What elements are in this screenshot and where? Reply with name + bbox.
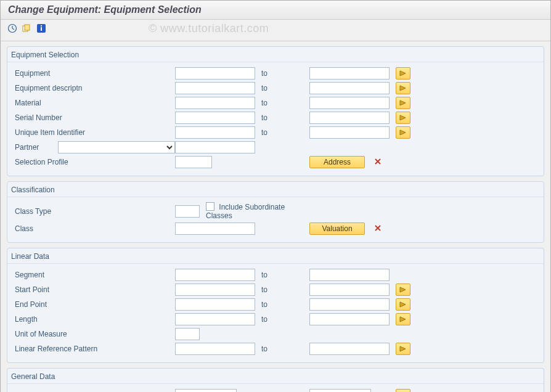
to-label: to xyxy=(255,300,309,309)
label-equipment-desc: Equipment descriptn xyxy=(15,84,107,92)
label-sel-profile: Selection Profile xyxy=(15,158,107,166)
uom-input[interactable] xyxy=(175,328,200,340)
length-to-input[interactable] xyxy=(309,313,390,325)
label-segment: Segment xyxy=(15,271,107,279)
tech-obj-multiple-selection-button[interactable] xyxy=(396,389,410,392)
to-label: to xyxy=(255,285,309,294)
row-length: Length to xyxy=(7,312,544,327)
segment-from-input[interactable] xyxy=(175,269,255,281)
equipment-to-input[interactable] xyxy=(309,67,390,80)
length-multiple-selection-button[interactable] xyxy=(396,313,410,325)
lrp-multiple-selection-button[interactable] xyxy=(396,343,410,355)
valuation-button[interactable]: Valuation xyxy=(309,223,365,235)
row-class-type: Class Type Include Subordinate Classes xyxy=(7,201,544,221)
to-label: to xyxy=(255,84,309,92)
serial-from-input[interactable] xyxy=(175,112,255,124)
row-uii: Unique Item Identifier to xyxy=(7,125,544,140)
equipment-multiple-selection-button[interactable] xyxy=(396,67,410,80)
row-segment: Segment to xyxy=(7,267,544,282)
serial-multiple-selection-button[interactable] xyxy=(396,112,410,124)
equipment-from-input[interactable] xyxy=(175,67,255,80)
to-label: to xyxy=(255,128,309,137)
equipment-desc-from-input[interactable] xyxy=(175,82,255,94)
label-material: Material xyxy=(15,99,107,107)
start-point-multiple-selection-button[interactable] xyxy=(396,284,410,296)
row-selection-profile: Selection Profile Address xyxy=(7,155,544,169)
row-equipment: Equipment to xyxy=(7,66,544,81)
row-uom: Unit of Measure xyxy=(7,327,544,341)
to-label: to xyxy=(255,271,309,279)
address-clear-button[interactable] xyxy=(373,157,382,168)
segment-to-input[interactable] xyxy=(309,269,390,281)
info-button[interactable] xyxy=(36,23,47,36)
group-equipment-selection: Equipment Selection Equipment to Equipme… xyxy=(7,46,544,176)
start-point-from-input[interactable] xyxy=(175,284,255,296)
lrp-to-input[interactable] xyxy=(309,343,390,355)
include-subordinate-classes-checkbox[interactable] xyxy=(206,202,214,211)
svg-rect-7 xyxy=(41,27,42,31)
to-label: to xyxy=(255,315,309,324)
label-class-type: Class Type xyxy=(15,207,107,216)
start-point-to-input[interactable] xyxy=(309,284,390,296)
svg-line-2 xyxy=(12,28,14,30)
row-serial: Serial Number to xyxy=(7,110,544,125)
class-type-input[interactable] xyxy=(175,205,200,218)
get-variant-button[interactable] xyxy=(21,23,32,36)
to-label: to xyxy=(255,69,309,78)
group-title: Classification xyxy=(7,184,544,197)
row-class: Class Valuation xyxy=(7,221,544,236)
uii-multiple-selection-button[interactable] xyxy=(396,126,410,139)
label-uii: Unique Item Identifier xyxy=(15,128,107,137)
address-button[interactable]: Address xyxy=(309,156,365,168)
tech-obj-from-input[interactable] xyxy=(175,389,237,392)
end-point-to-input[interactable] xyxy=(309,298,390,311)
selection-profile-input[interactable] xyxy=(175,156,212,168)
serial-to-input[interactable] xyxy=(309,112,390,124)
svg-rect-6 xyxy=(41,25,42,27)
material-to-input[interactable] xyxy=(309,97,390,109)
label-end-point: End Point xyxy=(15,300,107,309)
label-partner: Partner xyxy=(15,143,58,152)
row-end-point: End Point to xyxy=(7,297,544,312)
label-serial: Serial Number xyxy=(15,113,107,122)
row-lrp: Linear Reference Pattern to xyxy=(7,341,544,356)
svg-rect-4 xyxy=(25,25,30,30)
material-multiple-selection-button[interactable] xyxy=(396,97,410,109)
app-window: © www.tutorialkart.com Change Equipment:… xyxy=(0,0,551,392)
equipment-desc-to-input[interactable] xyxy=(309,82,390,94)
class-input[interactable] xyxy=(175,223,255,235)
row-tech-obj: Technical obj. type to xyxy=(7,388,544,392)
uii-to-input[interactable] xyxy=(309,126,390,139)
material-from-input[interactable] xyxy=(175,97,255,109)
to-label: to xyxy=(255,345,309,353)
label-uom: Unit of Measure xyxy=(15,330,107,338)
toolbar xyxy=(1,20,550,41)
equipment-desc-multiple-selection-button[interactable] xyxy=(396,82,410,94)
label-start-point: Start Point xyxy=(15,285,107,294)
uii-from-input[interactable] xyxy=(175,126,255,139)
end-point-multiple-selection-button[interactable] xyxy=(396,298,410,311)
group-title: Equipment Selection xyxy=(7,49,544,62)
end-point-from-input[interactable] xyxy=(175,298,255,311)
row-partner: Partner xyxy=(7,140,544,155)
group-classification: Classification Class Type Include Subord… xyxy=(7,181,544,243)
partner-function-select[interactable] xyxy=(58,141,175,153)
valuation-clear-button[interactable] xyxy=(373,224,382,234)
row-equipment-desc: Equipment descriptn to xyxy=(7,81,544,96)
lrp-from-input[interactable] xyxy=(175,343,255,355)
page-title: Change Equipment: Equipment Selection xyxy=(1,1,550,20)
to-label: to xyxy=(255,99,309,107)
group-title: General Data xyxy=(7,371,544,384)
execute-button[interactable] xyxy=(7,23,18,36)
label-class: Class xyxy=(15,224,107,233)
label-include-sub: Include Subordinate Classes xyxy=(206,203,285,220)
partner-value-input[interactable] xyxy=(175,141,255,153)
row-start-point: Start Point to xyxy=(7,282,544,297)
to-label: to xyxy=(255,113,309,122)
label-lrp: Linear Reference Pattern xyxy=(15,345,107,353)
length-from-input[interactable] xyxy=(175,313,255,325)
group-general-data: General Data Technical obj. type to Equi… xyxy=(7,368,544,392)
label-length: Length xyxy=(15,315,107,324)
tech-obj-to-input[interactable] xyxy=(309,389,371,392)
row-material: Material to xyxy=(7,96,544,110)
